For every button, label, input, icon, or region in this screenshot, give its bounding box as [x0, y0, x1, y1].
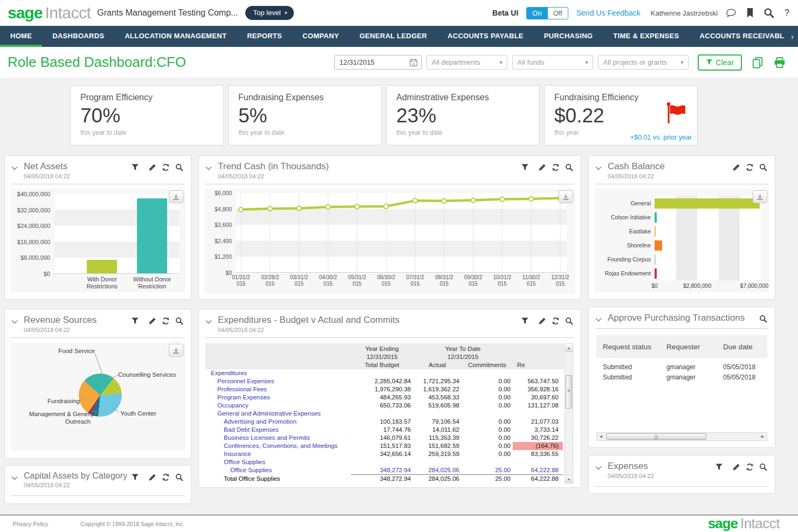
edit-icon[interactable]: [148, 317, 156, 325]
account-label[interactable]: Expenditures: [205, 369, 351, 377]
projects-dropdown[interactable]: All projects or grants ▾: [598, 55, 689, 70]
bar-5[interactable]: [655, 268, 657, 279]
account-label[interactable]: Insurance: [205, 450, 351, 458]
nav-item-purchasing[interactable]: PURCHASING: [534, 26, 603, 47]
collapse-icon[interactable]: [10, 164, 19, 172]
approval-row[interactable]: Submittedgmanager05/05/2018: [596, 372, 767, 383]
edit-icon[interactable]: [148, 163, 156, 171]
account-label[interactable]: General and Administrative Expenses: [205, 410, 351, 418]
bar-0[interactable]: [655, 198, 760, 209]
filter-icon[interactable]: [521, 163, 529, 171]
send-feedback-link[interactable]: Send Us Feedback: [576, 9, 641, 17]
duplicate-dashboard-icon[interactable]: [751, 56, 764, 69]
account-label[interactable]: Occupancy: [205, 402, 351, 410]
filter-icon[interactable]: [715, 463, 723, 471]
messages-icon[interactable]: [726, 8, 737, 18]
vertical-scrollbar[interactable]: ▲▼: [565, 343, 573, 483]
nav-item-accounts-payable[interactable]: ACCOUNTS PAYABLE: [437, 26, 534, 47]
download-chart-button[interactable]: [169, 190, 183, 203]
refresh-icon[interactable]: [162, 317, 170, 325]
collapse-icon[interactable]: [594, 315, 603, 324]
collapse-icon[interactable]: [10, 474, 19, 482]
zoom-icon[interactable]: [565, 317, 573, 325]
nav-item-accounts-receivable[interactable]: ACCOUNTS RECEIVABLE: [690, 26, 785, 47]
nav-item-reports[interactable]: REPORTS: [237, 26, 292, 47]
account-label[interactable]: Professional Fees: [205, 385, 351, 393]
entity-selector[interactable]: Top level ▾: [245, 6, 293, 20]
approval-row[interactable]: Submittedgmanager05/05/2018: [596, 362, 767, 372]
scroll-right-arrow[interactable]: ▶: [759, 434, 767, 439]
scrollbar-thumb[interactable]: |||: [606, 433, 706, 440]
refresh-icon[interactable]: [162, 163, 170, 171]
filter-icon[interactable]: [521, 317, 529, 325]
scroll-left-arrow[interactable]: ◀: [597, 434, 605, 439]
date-input[interactable]: 12/31/2015 21: [334, 55, 422, 70]
help-icon[interactable]: ?: [782, 8, 789, 18]
bar-1[interactable]: [137, 198, 167, 273]
zoom-icon[interactable]: [759, 163, 767, 171]
nav-overflow-chevron-icon[interactable]: ›: [791, 26, 794, 47]
zoom-icon[interactable]: [565, 163, 573, 171]
zoom-icon[interactable]: [759, 463, 767, 471]
edit-icon[interactable]: [732, 163, 740, 171]
bar-3[interactable]: [655, 240, 662, 251]
bookmark-icon[interactable]: [745, 8, 755, 18]
toggle-on[interactable]: On: [527, 8, 547, 19]
nav-item-allocation-management[interactable]: ALLOCATION MANAGEMENT: [114, 26, 237, 47]
nav-item-company[interactable]: COMPANY: [292, 26, 349, 47]
collapse-icon[interactable]: [10, 317, 19, 326]
funds-dropdown[interactable]: All funds ▾: [512, 55, 593, 70]
collapse-icon[interactable]: [594, 464, 603, 472]
zoom-icon[interactable]: [175, 317, 183, 325]
departments-dropdown[interactable]: All departments ▾: [426, 55, 507, 70]
zoom-icon[interactable]: [175, 163, 183, 171]
account-label[interactable]: Program Expenses: [205, 393, 351, 402]
account-label[interactable]: Office Supplies: [205, 466, 351, 475]
refresh-icon[interactable]: [552, 163, 560, 171]
print-icon[interactable]: [773, 56, 786, 69]
search-icon[interactable]: [763, 8, 774, 18]
filter-icon[interactable]: [131, 473, 139, 481]
download-chart-button[interactable]: [559, 190, 573, 203]
bar-4[interactable]: [655, 254, 656, 265]
collapse-icon[interactable]: [204, 164, 213, 172]
horizontal-scrollbar[interactable]: ◀|||▶: [596, 432, 767, 441]
scroll-down-arrow[interactable]: ▼: [565, 475, 573, 483]
account-label[interactable]: Advertising and Promotion: [205, 418, 351, 426]
nav-item-general-ledger[interactable]: GENERAL LEDGER: [349, 26, 437, 47]
refresh-icon[interactable]: [162, 473, 170, 481]
collapse-icon[interactable]: [594, 164, 603, 172]
account-label[interactable]: Personnel Expenses: [205, 377, 351, 385]
refresh-icon[interactable]: [746, 163, 754, 171]
zoom-icon[interactable]: [175, 473, 183, 481]
filter-icon[interactable]: [131, 163, 139, 171]
edit-icon[interactable]: [732, 463, 740, 471]
bar-0[interactable]: [87, 260, 117, 273]
nav-item-dashboards[interactable]: DASHBOARDS: [42, 26, 114, 47]
zoom-icon[interactable]: [759, 315, 767, 323]
collapse-icon[interactable]: [204, 317, 213, 326]
edit-icon[interactable]: [148, 473, 156, 481]
scrollbar-thumb[interactable]: [566, 375, 572, 409]
account-label[interactable]: Conferences, Conventions, and Meetings: [205, 442, 351, 450]
bar-2[interactable]: [655, 226, 656, 237]
privacy-policy-link[interactable]: Privacy Policy: [13, 521, 48, 527]
download-chart-button[interactable]: [753, 190, 767, 203]
refresh-icon[interactable]: [552, 317, 560, 325]
account-label[interactable]: Bad Debt Expenses: [205, 426, 351, 434]
clear-filters-button[interactable]: Clear: [698, 54, 742, 71]
filter-icon[interactable]: [131, 317, 139, 325]
beta-ui-toggle[interactable]: On Off: [526, 7, 568, 19]
account-label[interactable]: Business Licenses and Permits: [205, 434, 351, 442]
bar-1[interactable]: [655, 212, 657, 223]
account-label[interactable]: Office Supplies: [205, 458, 351, 466]
nav-item-time-expenses[interactable]: TIME & EXPENSES: [603, 26, 689, 47]
user-name[interactable]: Katherine Jastrzebski: [651, 9, 718, 17]
nav-item-home[interactable]: HOME: [0, 26, 42, 47]
calendar-icon[interactable]: 21: [409, 58, 418, 67]
toggle-off[interactable]: Off: [547, 8, 568, 19]
edit-icon[interactable]: [538, 163, 546, 171]
refresh-icon[interactable]: [746, 463, 754, 471]
edit-icon[interactable]: [538, 317, 546, 325]
download-chart-button[interactable]: [169, 344, 183, 357]
